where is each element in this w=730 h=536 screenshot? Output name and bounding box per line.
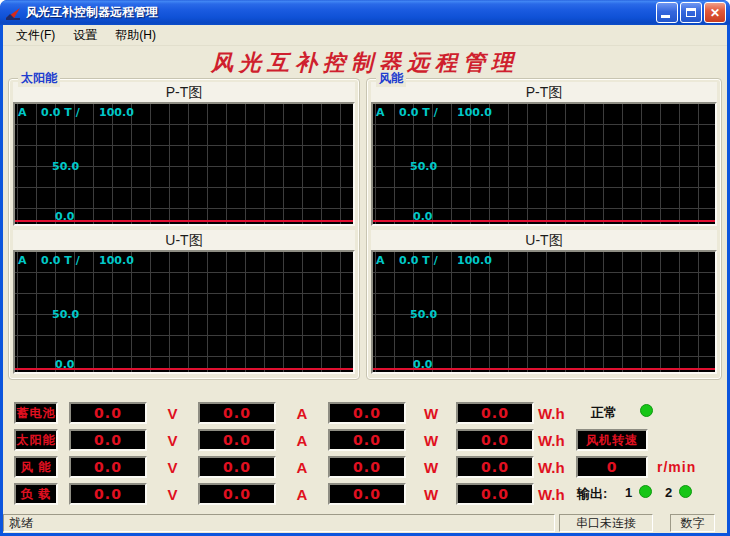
axis-marker-label: A [376,254,385,267]
time-scale-label: 0.0 T / [399,254,438,267]
minimize-icon [661,15,670,18]
measurement-panel: 蓄电池 0.0 V 0.0 A 0.0 W 0.0 W.h 太阳能 0.0 V … [3,396,727,508]
menu-help[interactable]: 帮助(H) [106,25,165,46]
energy-display: 0.0 [456,429,534,451]
zero-data-line [15,368,353,370]
unit-label: V [147,405,198,422]
energy-display: 0.0 [456,402,534,424]
axis-marker-label: A [18,106,27,119]
current-display: 0.0 [198,402,276,424]
status-ready-text: 就绪 [9,515,33,532]
app-window: 风光互补控制器远程管理 ✕ 文件(F) 设置 帮助(H) 风光互补控制器远程管理… [0,0,730,536]
time-max-label: 100.0 [99,106,134,119]
menu-file[interactable]: 文件(F) [7,25,64,46]
unit-label: A [276,459,328,476]
unit-label: W.h [534,486,582,503]
voltage-display: 0.0 [69,456,147,478]
maximize-button[interactable] [680,2,702,23]
fan-speed-unit: r/min [657,459,696,475]
unit-label: W.h [534,459,582,476]
time-scale-label: 0.0 T / [41,106,80,119]
current-display: 0.0 [198,483,276,505]
wind-pt-chart: A 0.0 T / 100.0 50.0 0.0 [371,102,717,226]
y-mid-label: 50.0 [410,308,437,321]
status-ready-panel: 就绪 [3,514,555,532]
axis-marker-label: A [376,106,385,119]
unit-label: W.h [534,405,582,422]
wind-ut-chart: A 0.0 T / 100.0 50.0 0.0 [371,250,717,374]
status-serial-panel: 串口未连接 [559,514,653,532]
solar-pt-chart-unit: P-T图 A 0.0 T / 100.0 50.0 0.0 [13,82,355,226]
time-max-label: 100.0 [99,254,134,267]
row-label: 太阳能 [14,429,58,451]
row-label: 负 载 [14,483,58,505]
output-label: 输出: [577,485,607,503]
voltage-display: 0.0 [69,483,147,505]
page-title: 风光互补控制器远程管理 [3,48,727,76]
solar-pt-chart: A 0.0 T / 100.0 50.0 0.0 [13,102,355,226]
unit-label: W.h [534,432,582,449]
row-label: 蓄电池 [14,402,58,424]
maximize-icon [686,8,696,17]
power-display: 0.0 [328,402,406,424]
unit-label: W [406,405,456,422]
power-display: 0.0 [328,456,406,478]
row-label: 风 能 [14,456,58,478]
menubar: 文件(F) 设置 帮助(H) [3,25,727,46]
power-display: 0.0 [328,429,406,451]
unit-label: A [276,486,328,503]
output1-label: 1 [625,485,632,500]
energy-display: 0.0 [456,483,534,505]
y-mid-label: 50.0 [410,160,437,173]
time-scale-label: 0.0 T / [41,254,80,267]
energy-display: 0.0 [456,456,534,478]
output1-indicator [639,485,652,498]
status-serial-text: 串口未连接 [576,515,636,532]
unit-label: W [406,486,456,503]
y-mid-label: 50.0 [52,308,79,321]
solar-group-label: 太阳能 [18,70,60,87]
output2-label: 2 [665,485,672,500]
close-button[interactable]: ✕ [704,2,726,23]
unit-label: V [147,432,198,449]
window-title: 风光互补控制器远程管理 [26,4,656,21]
wind-group-label: 风能 [376,70,406,87]
time-scale-label: 0.0 T / [399,106,438,119]
client-area: 文件(F) 设置 帮助(H) 风光互补控制器远程管理 太阳能 P-T图 A 0.… [3,25,727,533]
axis-marker-label: A [18,254,27,267]
unit-label: A [276,405,328,422]
system-status-indicator [640,404,653,417]
time-max-label: 100.0 [457,106,492,119]
table-row-wind: 风 能 0.0 V 0.0 A 0.0 W 0.0 W.h [3,456,582,478]
voltage-display: 0.0 [69,402,147,424]
status-num-text: 数字 [681,515,705,532]
table-row-load: 负 载 0.0 V 0.0 A 0.0 W 0.0 W.h [3,483,582,505]
solar-ut-chart-title: U-T图 [13,230,355,250]
wind-ut-chart-title: U-T图 [371,230,717,250]
zero-data-line [373,220,715,222]
solar-ut-chart: A 0.0 T / 100.0 50.0 0.0 [13,250,355,374]
current-display: 0.0 [198,456,276,478]
statusbar: 就绪 串口未连接 数字 [3,512,727,533]
system-normal-label: 正常 [591,404,617,422]
unit-label: W [406,432,456,449]
zero-data-line [373,368,715,370]
unit-label: W [406,459,456,476]
unit-label: V [147,459,198,476]
time-max-label: 100.0 [457,254,492,267]
wind-groupbox: 风能 P-T图 A 0.0 T / 100.0 50.0 0.0 U-T图 A … [366,78,722,380]
app-icon [5,5,22,21]
zero-data-line [15,220,353,222]
output2-indicator [679,485,692,498]
fan-speed-display: 0 [576,456,648,478]
unit-label: A [276,432,328,449]
fan-speed-label: 风机转速 [576,429,648,451]
minimize-button[interactable] [656,2,678,23]
menu-settings[interactable]: 设置 [64,25,106,46]
table-row-solar: 太阳能 0.0 V 0.0 A 0.0 W 0.0 W.h [3,429,582,451]
solar-pt-chart-title: P-T图 [13,82,355,102]
titlebar-buttons: ✕ [656,2,726,23]
solar-groupbox: 太阳能 P-T图 A 0.0 T / 100.0 50.0 0.0 U-T图 A… [8,78,360,380]
solar-ut-chart-unit: U-T图 A 0.0 T / 100.0 50.0 0.0 [13,230,355,374]
table-row-battery: 蓄电池 0.0 V 0.0 A 0.0 W 0.0 W.h [3,402,582,424]
